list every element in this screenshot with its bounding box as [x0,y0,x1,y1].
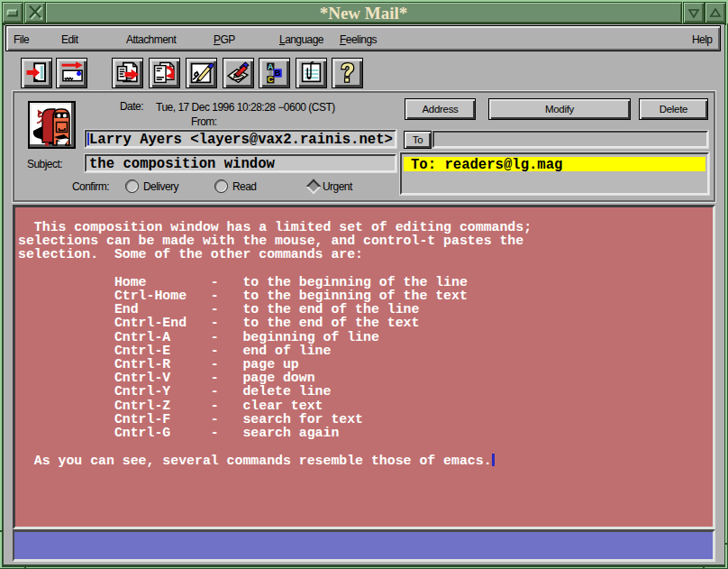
svg-text:C: C [268,75,274,84]
svg-text:B: B [274,68,280,78]
svg-text:A: A [268,62,274,71]
